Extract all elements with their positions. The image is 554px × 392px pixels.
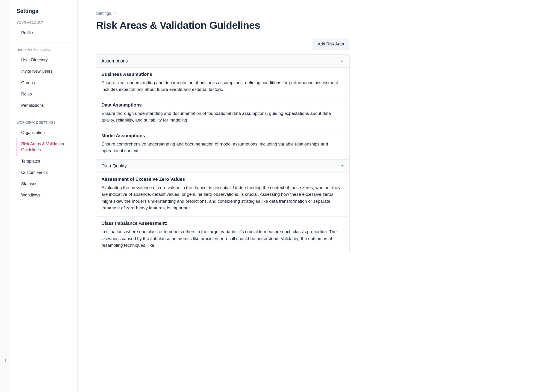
breadcrumb-parent[interactable]: Settings: [96, 11, 111, 16]
sidebar-item-invite-new-users[interactable]: Invite New Users: [17, 66, 72, 77]
guideline-item: Data Assumptions Ensure thorough underst…: [96, 98, 349, 129]
sidebar-item-groups[interactable]: Groups: [17, 77, 72, 89]
sidebar-item-statuses[interactable]: Statuses: [17, 178, 72, 189]
guideline-desc: In situations where one class outnumbers…: [101, 228, 344, 249]
divider: [17, 42, 72, 42]
guideline-item: Model Assumptions Ensure comprehensive u…: [96, 129, 349, 159]
chevron-up-icon: [340, 59, 344, 63]
sidebar-section-workspace-settings: WORKSPACE SETTINGS Organization Risk Are…: [17, 121, 72, 201]
guideline-desc: Ensure thorough understanding and docume…: [101, 110, 344, 124]
guideline-item: Business Assumptions Ensure clear unders…: [96, 67, 349, 98]
settings-sidebar: Settings YOUR ACCOUNT Profile USER PERMI…: [11, 0, 78, 392]
page-title: Risk Areas & Validation Guidelines: [96, 20, 350, 31]
guideline-item: Assessment of Excessive Zero Values Eval…: [96, 172, 349, 217]
guideline-desc: Evaluating the prevalence of zero values…: [101, 184, 344, 211]
guideline-title: Business Assumptions: [101, 72, 344, 77]
guideline-desc: Ensure comprehensive understanding and d…: [101, 141, 344, 154]
svg-point-1: [5, 360, 6, 361]
toolbar: Add Risk Area: [96, 39, 350, 50]
guideline-desc: Ensure clear understanding and documenta…: [101, 79, 344, 93]
accordion-title: Assumptions: [101, 58, 128, 64]
guideline-title: Data Assumptions: [101, 102, 344, 108]
divider: [17, 115, 72, 115]
section-label: WORKSPACE SETTINGS: [17, 121, 72, 124]
breadcrumb-separator: /: [115, 11, 116, 16]
svg-point-0: [5, 359, 6, 360]
section-label: YOUR ACCOUNT: [17, 21, 72, 24]
accordion-title: Data Quality: [101, 163, 127, 168]
guideline-item: Class Imbalance Assessment: In situation…: [96, 216, 349, 254]
section-label: USER PERMISSIONS: [17, 48, 72, 52]
sidebar-section-user-permissions: USER PERMISSIONS User Directory Invite N…: [17, 48, 72, 111]
risk-areas-accordion: Assumptions Business Assumptions Ensure …: [96, 54, 350, 254]
add-risk-area-button[interactable]: Add Risk Area: [312, 39, 350, 50]
sidebar-item-permissions[interactable]: Permissions: [17, 100, 72, 111]
accordion-body: Business Assumptions Ensure clear unders…: [96, 67, 349, 159]
sidebar-section-your-account: YOUR ACCOUNT Profile: [17, 21, 72, 39]
accordion-section-data-quality: Data Quality Assessment of Excessive Zer…: [96, 159, 349, 254]
guideline-title: Model Assumptions: [101, 133, 344, 138]
sidebar-title: Settings: [17, 8, 72, 14]
accordion-body: Assessment of Excessive Zero Values Eval…: [96, 172, 349, 254]
accordion-header-data-quality[interactable]: Data Quality: [96, 159, 349, 172]
svg-point-2: [5, 362, 6, 362]
accordion-header-assumptions[interactable]: Assumptions: [96, 55, 349, 67]
sidebar-item-organization[interactable]: Organization: [17, 127, 72, 138]
guideline-title: Class Imbalance Assessment:: [101, 221, 344, 226]
sidebar-item-risk-areas[interactable]: Risk Areas & Validation Guidelines: [17, 138, 72, 155]
sidebar-item-templates[interactable]: Templates: [17, 156, 72, 167]
accordion-section-assumptions: Assumptions Business Assumptions Ensure …: [96, 55, 349, 159]
sidebar-item-custom-fields[interactable]: Custom Fields: [17, 167, 72, 178]
chevron-up-icon: [340, 164, 344, 168]
sidebar-item-workflows[interactable]: Workflows: [17, 189, 72, 201]
sidebar-item-roles[interactable]: Roles: [17, 89, 72, 100]
left-rail: [0, 0, 11, 392]
sidebar-item-profile[interactable]: Profile: [17, 27, 72, 39]
main-content: Settings / Risk Areas & Validation Guide…: [78, 0, 554, 392]
guideline-title: Assessment of Excessive Zero Values: [101, 177, 344, 182]
breadcrumb: Settings /: [96, 11, 350, 16]
more-vertical-icon[interactable]: [2, 357, 9, 364]
sidebar-item-user-directory[interactable]: User Directory: [17, 54, 72, 66]
